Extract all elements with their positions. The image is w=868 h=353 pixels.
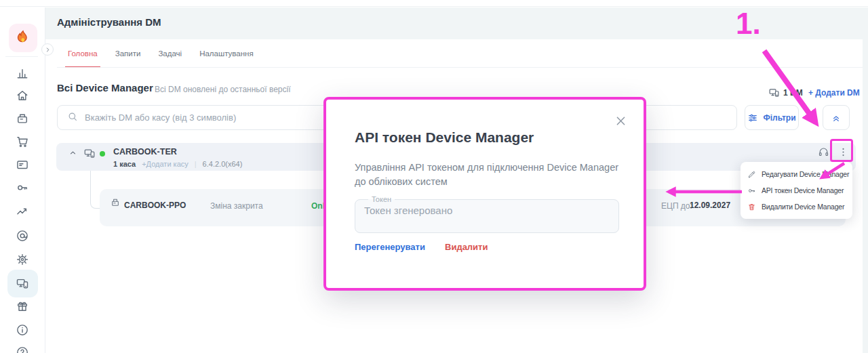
ecp-label: ЕЦП до: bbox=[661, 201, 692, 211]
dm-row-collapse-button[interactable] bbox=[68, 148, 77, 160]
dm-count-devices-icon bbox=[768, 87, 780, 101]
flame-icon bbox=[14, 29, 32, 47]
gear-icon bbox=[16, 253, 29, 266]
search-icon bbox=[67, 111, 78, 125]
modal-close-button[interactable] bbox=[614, 115, 627, 130]
sidebar-item-gifts[interactable] bbox=[14, 298, 31, 314]
kasa-printer-icon bbox=[110, 197, 121, 211]
modal-description: Управління API токеном для підключення D… bbox=[355, 161, 620, 189]
sidebar-item-stats[interactable] bbox=[14, 65, 31, 81]
cash-register-icon bbox=[16, 112, 29, 125]
menu-item-edit-dm[interactable]: Редагувати Device Manager bbox=[741, 166, 852, 182]
page-title: Адміністрування DM bbox=[57, 16, 161, 28]
delete-token-link[interactable]: Видалити bbox=[445, 242, 488, 252]
add-dm-button[interactable]: + Додати DM bbox=[808, 88, 860, 98]
info-icon bbox=[16, 323, 29, 337]
annotation-kebab-highlight bbox=[830, 139, 853, 162]
sliders-icon bbox=[747, 112, 758, 123]
sidebar-item-trends[interactable] bbox=[14, 203, 31, 220]
tab-zadachi[interactable]: Задачі bbox=[158, 39, 182, 68]
home-icon bbox=[16, 89, 29, 102]
dm-devices-icon bbox=[83, 147, 96, 162]
menu-item-label: Редагувати Device Manager bbox=[762, 170, 849, 178]
stats-icon bbox=[16, 66, 29, 80]
dm-online-status-dot bbox=[100, 151, 105, 157]
app-screen: Адміністрування DM Головна Запити Задачі… bbox=[0, 0, 868, 353]
sidebar-divider bbox=[5, 56, 38, 57]
sidebar-item-cart[interactable] bbox=[14, 133, 31, 150]
sidebar-expand-button[interactable] bbox=[41, 43, 54, 56]
pencil-icon bbox=[747, 170, 756, 179]
sidebar-item-info[interactable] bbox=[14, 322, 31, 338]
add-kasa-link[interactable]: +Додати касу bbox=[142, 160, 189, 168]
sidebar-item-settings[interactable] bbox=[14, 251, 31, 268]
menu-item-delete-dm[interactable]: Видалити Device Manager bbox=[741, 199, 852, 215]
coin-icon bbox=[16, 229, 29, 243]
key-icon bbox=[16, 181, 29, 194]
filters-label: Фільтри bbox=[763, 113, 795, 123]
headset-icon bbox=[818, 146, 829, 158]
tab-divider bbox=[57, 67, 863, 68]
tab-bar: Головна Запити Задачі Налаштування bbox=[68, 39, 254, 68]
kasa-name: CARBOOK-PPO bbox=[124, 201, 186, 210]
chevron-up-icon bbox=[68, 148, 77, 157]
kasa-count: 1 каса bbox=[113, 160, 136, 168]
tree-connector bbox=[90, 171, 100, 209]
sidebar-item-cash-register[interactable] bbox=[14, 110, 31, 127]
top-strip bbox=[0, 0, 868, 7]
regenerate-token-link[interactable]: Перегенерувати bbox=[355, 242, 425, 252]
trash-icon bbox=[747, 203, 756, 211]
page-right-margin bbox=[863, 7, 868, 353]
menu-item-api-token[interactable]: API токен Device Manager bbox=[741, 182, 852, 199]
menu-item-label: Видалити Device Manager bbox=[762, 203, 844, 211]
dm-context-menu: Редагувати Device Manager API токен Devi… bbox=[741, 162, 852, 219]
sidebar bbox=[0, 7, 45, 353]
trend-icon bbox=[16, 205, 29, 218]
close-icon bbox=[614, 115, 627, 127]
detail-separator: | bbox=[195, 160, 197, 168]
ecp-date: 12.09.2027 bbox=[690, 201, 730, 210]
help-icon bbox=[16, 346, 29, 353]
key-icon bbox=[747, 186, 756, 195]
annotation-step-label: 1. bbox=[736, 7, 761, 41]
cart-icon bbox=[16, 135, 29, 148]
api-token-modal: API токен Device Manager Управління API … bbox=[323, 97, 646, 291]
token-field: Токен bbox=[355, 195, 619, 233]
modal-title: API токен Device Manager bbox=[355, 129, 534, 146]
sidebar-item-devices[interactable] bbox=[14, 275, 31, 291]
tab-nalashtuvannya[interactable]: Налаштування bbox=[199, 39, 253, 68]
dm-version: 6.4.2.0(x64) bbox=[203, 160, 243, 168]
gift-icon bbox=[16, 299, 29, 313]
kasa-shift-status: Зміна закрита bbox=[210, 201, 263, 211]
app-logo[interactable] bbox=[9, 24, 37, 52]
collapse-all-button[interactable] bbox=[823, 105, 850, 130]
token-input[interactable] bbox=[364, 205, 610, 216]
section-subtitle: Всі DM оновлені до останньої версії bbox=[155, 85, 291, 94]
dm-count: 1 DM bbox=[783, 88, 803, 98]
chevrons-up-icon bbox=[831, 112, 842, 123]
sidebar-item-help[interactable] bbox=[14, 344, 31, 353]
chevron-right-icon bbox=[44, 46, 52, 54]
filters-button[interactable]: Фільтри bbox=[745, 105, 799, 130]
token-field-label: Токен bbox=[368, 195, 395, 203]
tab-zapyty[interactable]: Запити bbox=[115, 39, 141, 68]
dm-row-details: 1 каса +Додати касу | 6.4.2.0(x64) bbox=[113, 160, 242, 168]
tab-golovna[interactable]: Головна bbox=[68, 39, 98, 68]
sidebar-item-home[interactable] bbox=[14, 87, 31, 104]
sidebar-item-coin[interactable] bbox=[14, 228, 31, 244]
sidebar-item-keys[interactable] bbox=[14, 180, 31, 196]
section-heading: Всі Device Manager bbox=[57, 82, 153, 94]
dm-name: CARBOOK-TER bbox=[113, 147, 177, 157]
terminal-icon bbox=[16, 158, 29, 171]
sidebar-item-terminal[interactable] bbox=[14, 157, 31, 173]
menu-item-label: API токен Device Manager bbox=[762, 186, 844, 194]
devices-icon bbox=[16, 276, 29, 290]
support-button[interactable] bbox=[818, 146, 829, 161]
